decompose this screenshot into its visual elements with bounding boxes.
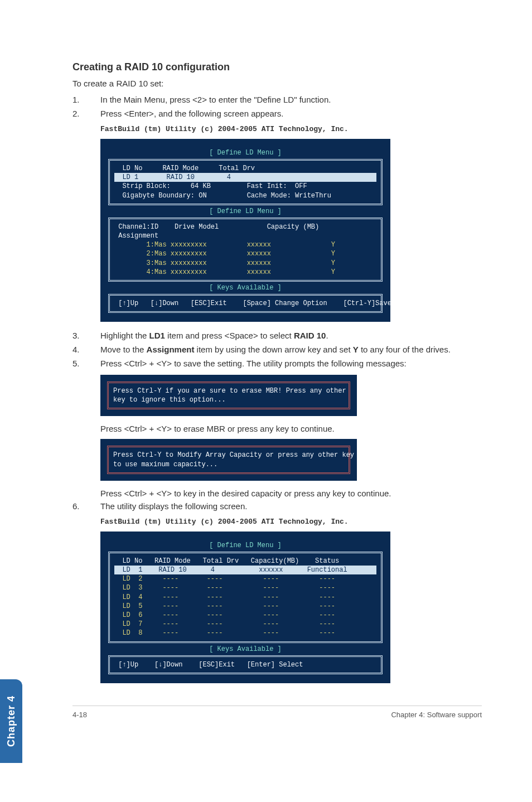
side-tab-label: Chapter 4 — [6, 695, 17, 741]
chapter-label: Chapter 4: Software support — [391, 711, 482, 719]
keys-caption: [ Keys Available ] — [108, 645, 383, 653]
steps-list: 1. In the Main Menu, press <2> to enter … — [72, 94, 482, 119]
terminal-message-1: Press Ctrl-Y if you are sure to erase MB… — [100, 375, 357, 416]
step-text: In the Main Menu, press <2> to enter the… — [100, 94, 482, 105]
step-number: 4. — [72, 344, 100, 355]
step-number: 1. — [72, 94, 100, 105]
steps-list: 3. Highlight the LD1 item and press <Spa… — [72, 330, 482, 369]
section-heading: Creating a RAID 10 configuration — [72, 61, 482, 73]
text: . — [326, 331, 328, 340]
message-text: Press Ctrl-Y to Modify Array Capacity or… — [113, 451, 344, 468]
text: Move to the — [100, 345, 147, 354]
terminal-title: FastBuild (tm) Utility (c) 2004-2005 ATI… — [100, 518, 482, 526]
terminal-screen-1: [ Define LD Menu ] LD No RAID Mode Total… — [100, 139, 390, 322]
step-text: Press <Ctrl> + <Y> to save the setting. … — [100, 357, 482, 369]
step-text: Press <Enter>, and the following screen … — [100, 108, 482, 119]
table-header: LD No RAID Mode Total Drv Capacity(MB) S… — [114, 557, 376, 566]
text: item and press <Space> to select — [165, 331, 294, 340]
message-text: Press Ctrl-Y if you are sure to erase MB… — [113, 386, 344, 404]
key-hints: [↑]Up [↓]Down [ESC]Exit [Space] Change O… — [114, 299, 376, 308]
step-text: Highlight the LD1 item and press <Space>… — [100, 330, 482, 341]
bold-term: RAID 10 — [294, 331, 326, 340]
step-number: 3. — [72, 330, 100, 341]
side-tab: Chapter 4 — [0, 679, 22, 741]
text: to any four of the drives. — [359, 345, 451, 354]
table-header: LD No RAID Mode Total Drv — [114, 164, 376, 173]
menu-caption: [ Define LD Menu ] — [108, 149, 383, 157]
bold-term: LD1 — [149, 331, 165, 340]
terminal-title: FastBuild (tm) Utility (c) 2004-2005 ATI… — [100, 125, 482, 133]
sub-instruction: Press <Ctrl> + <Y> to key in the desired… — [100, 489, 482, 498]
drive-rows: 1:Mas xxxxxxxxx xxxxxx Y 2:Mas xxxxxxxxx… — [114, 240, 376, 277]
bold-term: Y — [353, 345, 359, 354]
steps-list: 6. The utility displays the following sc… — [72, 500, 482, 512]
column-headers: Channel:ID Drive Model Capacity (MB) Ass… — [114, 223, 376, 240]
intro-text: To create a RAID 10 set: — [72, 79, 482, 88]
selected-row: LD 1 RAID 10 4 — [114, 173, 376, 182]
step-text: Move to the Assignment item by using the… — [100, 344, 482, 355]
ld-rows: LD 2 ---- ---- ---- ---- LD 3 ---- ---- … — [114, 574, 376, 637]
key-hints: [↑]Up [↓]Down [ESC]Exit [Enter] Select — [114, 660, 376, 669]
params: Strip Block: 64 KB Fast Init: OFF Gigaby… — [114, 182, 376, 200]
terminal-screen-2: [ Define LD Menu ] LD No RAID Mode Total… — [100, 532, 390, 683]
step-number: 6. — [72, 500, 100, 512]
sub-instruction: Press <Ctrl> + <Y> to erase MBR or press… — [100, 424, 482, 433]
page-number: 4-18 — [72, 711, 87, 719]
terminal-message-2: Press Ctrl-Y to Modify Array Capacity or… — [100, 439, 357, 480]
step-number: 2. — [72, 108, 100, 119]
menu-caption: [ Define LD Menu ] — [108, 542, 383, 549]
bold-term: Assignment — [147, 345, 195, 354]
page-footer: 4-18 Chapter 4: Software support — [72, 706, 482, 719]
selected-row: LD 1 RAID 10 4 xxxxxx Functional — [114, 566, 376, 574]
step-text: The utility displays the following scree… — [100, 500, 482, 512]
keys-caption: [ Keys Available ] — [108, 284, 383, 292]
menu-caption: [ Define LD Menu ] — [108, 207, 383, 215]
step-number: 5. — [72, 357, 100, 369]
text: item by using the down arrow key and set — [194, 345, 352, 354]
text: Highlight the — [100, 331, 149, 340]
